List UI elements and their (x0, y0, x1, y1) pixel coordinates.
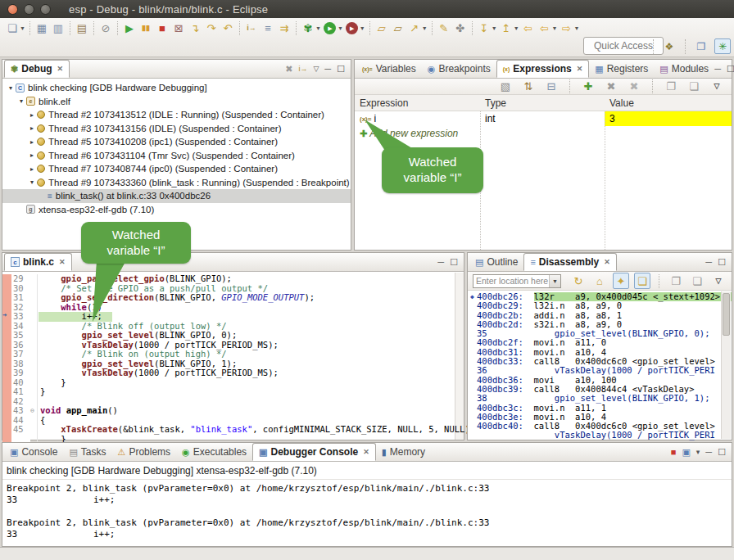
disassembly-listing[interactable]: ◆400dbc26: l32r a9, 0x400d045c <_stext+1… (468, 291, 732, 440)
dropdown-arrow-icon[interactable]: ▼ (552, 25, 558, 31)
code-line[interactable]: 43⊖void app_main() (2, 406, 464, 416)
tab-executables[interactable]: ◉Executables (176, 443, 252, 461)
tab-variables[interactable]: (x)=Variables (356, 60, 422, 78)
last-edit-location-icon[interactable]: ↧ (476, 20, 492, 37)
dropdown-arrow-icon[interactable]: ▼ (315, 25, 321, 31)
terminate-icon[interactable]: ■ (154, 20, 170, 37)
resume-icon[interactable]: ▶ (121, 20, 138, 37)
minimize-icon[interactable]: ─ (324, 65, 331, 74)
close-tab-icon[interactable]: ✕ (604, 258, 610, 266)
code-line[interactable]: 45 xTaskCreate(&blink_task, "blink_task"… (2, 425, 464, 435)
minimize-icon[interactable]: ─ (705, 448, 712, 457)
refresh-index-icon[interactable]: ✤ (452, 20, 469, 37)
show-source-icon[interactable]: ✦ (613, 273, 629, 289)
tab-debug[interactable]: ✾Debug✕ (4, 60, 70, 78)
run-launch-icon[interactable]: ▶ (322, 20, 338, 37)
location-input[interactable]: Enter location here (473, 276, 549, 286)
external-tools-icon[interactable]: ▶ (344, 20, 360, 37)
new-view-icon[interactable]: ❐ (668, 273, 684, 289)
tree-item[interactable]: ▸Thread #3 1073413156 (IDLE) (Suspended … (2, 122, 351, 136)
dropdown-arrow-icon[interactable]: ▼ (514, 25, 519, 31)
code-line[interactable]: 41} (2, 387, 464, 397)
new-project-icon[interactable]: ▱ (374, 20, 390, 37)
step-over-icon[interactable]: ↷ (203, 20, 220, 37)
maximize-icon[interactable]: ☐ (337, 65, 345, 74)
fold-collapse-icon[interactable]: ⊖ (30, 406, 38, 416)
drop-to-frame-icon[interactable]: ⇉ (276, 20, 292, 37)
remove-selected-icon[interactable]: ✖ (603, 79, 619, 95)
expander-open-icon[interactable]: ▾ (27, 178, 37, 186)
minimize-icon[interactable]: ─ (437, 258, 444, 267)
save-all-icon[interactable]: ▥ (50, 20, 66, 37)
tab-problems[interactable]: ⚠Problems (112, 443, 177, 461)
code-editor[interactable]: 29 gpio_pad_select_gpio(BLINK_GPIO);30 /… (2, 272, 464, 444)
minimize-icon[interactable]: ─ (705, 258, 712, 267)
tab-breakpoints[interactable]: ◉Breakpoints (422, 60, 496, 78)
tab-blink-c[interactable]: cblink.c✕ (4, 253, 72, 271)
tree-item[interactable]: gxtensa-esp32-elf-gdb (7.10) (2, 203, 351, 217)
pin-view-icon[interactable]: ❏ (686, 79, 702, 95)
location-dropdown-icon[interactable]: ▼ (549, 275, 560, 287)
instruction-stepping-mode-icon[interactable]: i→ (298, 65, 307, 73)
skip-all-breakpoints-icon[interactable]: ⊘ (97, 20, 114, 37)
tab-console[interactable]: ▣Console (4, 443, 63, 461)
tab-registers[interactable]: ▦Registers (589, 60, 654, 78)
tree-item[interactable]: ▸Thread #2 1073413512 (IDLE : Running) (… (2, 108, 351, 122)
expander-open-icon[interactable]: ▾ (6, 84, 16, 92)
maximize-icon[interactable]: ☐ (718, 258, 726, 267)
column-header-value[interactable]: Value (605, 95, 732, 111)
column-divider[interactable] (605, 111, 605, 250)
new-wizard-icon[interactable]: ❏ (4, 20, 20, 37)
format-icon[interactable]: ✎ (436, 20, 452, 37)
tree-item[interactable]: ▸Thread #5 1073410208 (ipc1) (Suspended … (2, 135, 351, 149)
tree-item[interactable]: ≡blink_task() at blink.c:33 0x400dbc26 (2, 189, 351, 203)
close-tab-icon[interactable]: ✕ (577, 65, 583, 73)
maximize-icon[interactable]: ☐ (450, 258, 458, 267)
disassembly-line[interactable]: vTaskDelay(1000 / portTICK_PERI (468, 431, 732, 440)
disassembly-line[interactable]: 36 vTaskDelay(1000 / portTICK_PERI (468, 366, 732, 375)
minimize-icon[interactable]: ─ (714, 65, 721, 74)
console-dropdown-icon[interactable]: ▾ (696, 449, 700, 456)
save-icon[interactable]: ▦ (34, 20, 50, 37)
next-annotation-icon[interactable]: ↥ (498, 20, 514, 37)
expander-closed-icon[interactable]: ▸ (27, 165, 37, 173)
tab-expressions[interactable]: (x)Expressions✕ (496, 60, 589, 78)
tree-item[interactable]: ▾Cblink checking [GDB Hardware Debugging… (2, 81, 351, 95)
step-into-icon[interactable]: ↴ (187, 20, 203, 37)
tab-memory[interactable]: ▮Memory (376, 443, 431, 461)
tab-modules[interactable]: ▤Modules (654, 60, 714, 78)
cpp-perspective-icon[interactable]: ❐ (693, 38, 709, 54)
expander-closed-icon[interactable]: ▸ (27, 111, 37, 119)
window-close-icon[interactable] (7, 4, 18, 15)
view-menu-icon[interactable]: ▽ (710, 273, 727, 289)
close-tab-icon[interactable]: ✕ (363, 448, 369, 456)
show-type-names-icon[interactable]: ▧ (497, 79, 514, 95)
collapse-all-icon[interactable]: ⊟ (543, 79, 560, 95)
terminate-icon[interactable]: ■ (671, 448, 677, 457)
column-header-type[interactable]: Type (480, 95, 605, 111)
code-line[interactable]: 40 } (2, 378, 464, 388)
scrollbar-thumb[interactable] (723, 293, 730, 336)
show-logical-structure-icon[interactable]: ⇅ (520, 79, 537, 95)
home-pc-icon[interactable]: ⌂ (591, 273, 608, 289)
build-icon[interactable]: ▤ (74, 20, 90, 37)
tree-item[interactable]: ▾eblink.elf (2, 95, 351, 109)
column-header-expression[interactable]: Expression (355, 95, 480, 111)
new-view-icon[interactable]: ❐ (663, 79, 679, 95)
tab-tasks[interactable]: ▤Tasks (63, 443, 111, 461)
maximize-icon[interactable]: ☐ (727, 65, 734, 74)
dropdown-arrow-icon[interactable]: ▼ (422, 25, 428, 31)
tree-item[interactable]: ▾Thread #9 1073433360 (blink_task : Runn… (2, 176, 351, 190)
maximize-icon[interactable]: ☐ (718, 448, 726, 457)
window-minimize-icon[interactable] (24, 4, 34, 15)
location-combo[interactable]: Enter location here ▼ (473, 274, 561, 288)
instruction-stepping-icon[interactable]: i→ (243, 20, 260, 37)
debug-launch-icon[interactable]: ✾ (300, 20, 316, 37)
tree-item[interactable]: ▸Thread #7 1073408744 (ipc0) (Suspended … (2, 162, 351, 176)
use-step-filters-icon[interactable]: ≡ (260, 20, 276, 37)
expander-open-icon[interactable]: ▾ (16, 97, 26, 105)
remove-all-icon[interactable]: ✖ (626, 79, 642, 95)
disassembly-line[interactable]: 38 gpio_set_level(BLINK_GPIO, 1); (468, 394, 732, 403)
dropdown-arrow-icon[interactable]: ▼ (338, 25, 343, 31)
close-tab-icon[interactable]: ✕ (57, 65, 64, 73)
